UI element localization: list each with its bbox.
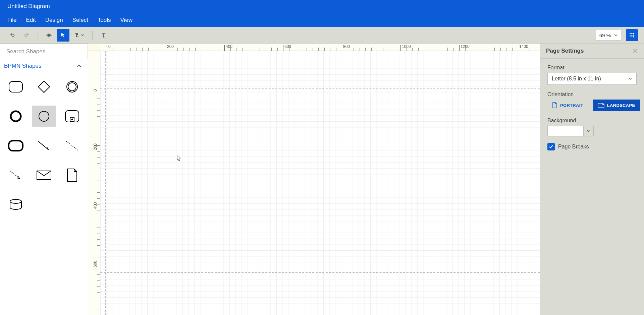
shape-intermediate-event[interactable]: [60, 76, 84, 98]
canvas-area[interactable]: 0200400600800100012001400 0200400600: [88, 44, 540, 315]
zoom-value: 69 %: [599, 33, 611, 38]
svg-line-14: [10, 171, 20, 179]
svg-rect-4: [38, 81, 50, 92]
portrait-page-icon: [552, 102, 557, 108]
page-break-line: [100, 272, 540, 273]
svg-point-16: [10, 199, 21, 203]
check-icon: [549, 144, 553, 149]
svg-point-0: [633, 33, 634, 34]
title-bar: Untitled Diagram: [0, 0, 644, 13]
toggle-settings-panel-button[interactable]: [626, 29, 638, 41]
menu-view[interactable]: View: [120, 17, 133, 23]
background-color-swatch[interactable]: [547, 126, 584, 136]
landscape-label: LANDSCAPE: [607, 103, 635, 108]
orientation-landscape-button[interactable]: LANDSCAPE: [593, 100, 640, 111]
canvas-grid: [100, 51, 540, 315]
shape-data-source[interactable]: [4, 194, 28, 215]
menu-design[interactable]: Design: [45, 17, 63, 23]
toolbar-separator: [38, 31, 38, 40]
svg-point-8: [39, 111, 49, 121]
search-placeholder: Search Shapes: [6, 48, 45, 55]
menu-select[interactable]: Select: [72, 17, 88, 23]
page-breaks-label: Page Breaks: [558, 144, 589, 150]
format-select[interactable]: Letter (8.5 in x 11 in): [547, 73, 637, 85]
ruler-horizontal: 0200400600800100012001400: [100, 44, 540, 51]
portrait-label: PORTRAIT: [560, 103, 583, 108]
page-breaks-row: Page Breaks: [547, 143, 637, 150]
svg-rect-11: [9, 141, 23, 151]
search-shapes-input[interactable]: Search Shapes: [0, 44, 88, 59]
shape-message-flow[interactable]: [4, 165, 28, 186]
svg-point-7: [11, 111, 21, 121]
svg-point-1: [633, 35, 634, 36]
shape-gateway[interactable]: [32, 76, 56, 98]
menu-tools[interactable]: Tools: [98, 17, 111, 23]
shapes-panel: Search Shapes BPMN Shapes: [0, 44, 88, 315]
close-panel-button[interactable]: [633, 48, 638, 54]
svg-rect-3: [9, 81, 22, 92]
menu-bar: File Edit Design Select Tools View: [0, 13, 644, 27]
shape-palette: [0, 73, 88, 219]
shape-subprocess-collapsed[interactable]: [4, 135, 28, 156]
ruler-vertical: 0200400600: [88, 51, 100, 315]
toolbar-separator: [92, 31, 93, 40]
close-icon: [633, 48, 638, 54]
zoom-level-selector[interactable]: 69 %: [596, 30, 621, 41]
mouse-cursor-icon: [177, 155, 181, 162]
background-label: Background: [547, 118, 637, 124]
connector-tool-button[interactable]: [71, 29, 88, 42]
page-settings-panel: Page Settings Format Letter (8.5 in x 11…: [540, 44, 644, 315]
shape-group-label: BPMN Shapes: [4, 63, 42, 69]
svg-point-6: [68, 83, 76, 91]
text-tool-button[interactable]: [97, 29, 110, 42]
settings-title: Page Settings: [546, 48, 584, 54]
svg-line-13: [66, 141, 78, 150]
format-value: Letter (8.5 in x 11 in): [552, 76, 601, 82]
document-title[interactable]: Untitled Diagram: [7, 3, 50, 10]
landscape-page-icon: [598, 103, 604, 108]
menu-file[interactable]: File: [7, 17, 16, 23]
background-color-dropdown[interactable]: [584, 126, 594, 136]
chevron-down-icon: [628, 77, 632, 81]
pan-tool-button[interactable]: [43, 29, 55, 42]
page-edge: [105, 51, 106, 315]
shape-association[interactable]: [60, 135, 84, 156]
chevron-up-icon: [76, 63, 82, 69]
chevron-down-icon: [81, 34, 84, 37]
undo-button[interactable]: [6, 29, 19, 42]
pointer-tool-button[interactable]: [57, 29, 69, 42]
shape-message[interactable]: [32, 165, 56, 186]
orientation-section: Orientation PORTRAIT LANDSCAPE: [547, 91, 637, 111]
canvas-viewport[interactable]: [100, 51, 540, 315]
shape-data-object[interactable]: [60, 165, 84, 186]
shape-start-event[interactable]: [32, 106, 56, 127]
shape-end-event[interactable]: [4, 106, 28, 127]
shape-subprocess-expanded[interactable]: [60, 106, 84, 127]
orientation-label: Orientation: [547, 91, 637, 98]
svg-point-2: [633, 36, 634, 37]
background-section: Background: [547, 118, 637, 136]
page-break-line: [100, 88, 540, 89]
ruler-corner: [88, 44, 100, 51]
format-section: Format Letter (8.5 in x 11 in): [547, 65, 637, 85]
format-label: Format: [547, 65, 637, 71]
redo-button[interactable]: [20, 29, 33, 42]
chevron-down-icon: [614, 34, 618, 37]
shape-group-header[interactable]: BPMN Shapes: [0, 59, 88, 73]
toolbar: 69 %: [0, 27, 644, 44]
chevron-down-icon: [587, 129, 590, 133]
shape-sequence-flow[interactable]: [32, 135, 56, 156]
shape-task[interactable]: [4, 76, 28, 98]
page-breaks-checkbox[interactable]: [547, 143, 555, 150]
orientation-portrait-button[interactable]: PORTRAIT: [547, 100, 588, 111]
menu-edit[interactable]: Edit: [26, 17, 36, 23]
